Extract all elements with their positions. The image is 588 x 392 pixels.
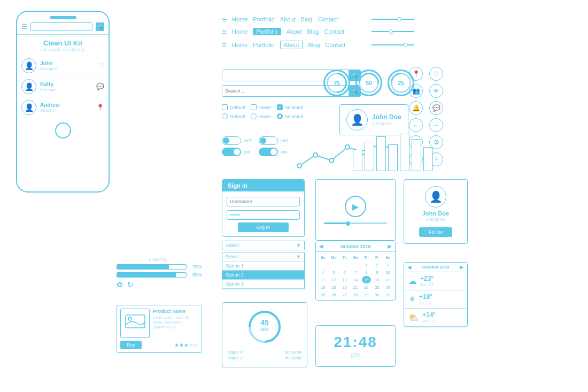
calendar-next-button[interactable]: ▶ xyxy=(388,243,392,249)
radio-selected[interactable]: Selected xyxy=(277,113,304,119)
nav-blog-1[interactable]: Blog xyxy=(300,16,312,22)
toggle-off-track-2[interactable] xyxy=(259,136,278,145)
phone-search-button[interactable]: 🔍 xyxy=(96,22,104,31)
play-button[interactable]: ▶ xyxy=(345,196,366,217)
cal-cell-28[interactable]: 28 xyxy=(351,291,360,298)
checkbox-default[interactable]: Default xyxy=(222,104,245,110)
nav-about-3-outlined[interactable]: About xyxy=(280,41,303,49)
cal-cell-8[interactable]: 8 xyxy=(362,268,371,276)
user-action-heart[interactable]: ♡ xyxy=(98,62,104,70)
radio-selected-circle[interactable] xyxy=(277,113,283,119)
users-icon[interactable]: 👥 xyxy=(409,84,423,98)
phone-home-button[interactable] xyxy=(55,122,71,139)
cal-cell-12[interactable]: 12 xyxy=(329,276,338,283)
nav-contact-1[interactable]: Contact xyxy=(318,16,338,22)
password-input[interactable] xyxy=(227,210,300,220)
user-action-chat[interactable]: 💬 xyxy=(96,83,104,90)
nav-about-1[interactable]: About xyxy=(280,16,296,22)
cal-cell-26[interactable]: 26 xyxy=(329,291,338,298)
cal-cell-25[interactable]: 25 xyxy=(319,291,328,298)
cal-cell-31[interactable]: 31 xyxy=(383,291,392,298)
nav-hamburger-3[interactable]: ☰ xyxy=(222,42,227,48)
dropdown-trigger[interactable]: Select ▼ xyxy=(222,241,305,250)
chat-icon[interactable]: 💬 xyxy=(429,101,443,115)
svg-text:45: 45 xyxy=(260,318,269,327)
nav-home-3[interactable]: Home xyxy=(232,42,247,48)
nav-about-2[interactable]: About xyxy=(287,28,302,35)
cal-cell-16[interactable]: 16 xyxy=(373,276,382,283)
cal-cell-23[interactable]: 23 xyxy=(373,283,382,291)
cal-cell-9[interactable]: 9 xyxy=(373,268,382,276)
checkbox-hover-box[interactable] xyxy=(251,104,257,110)
cal-cell-21[interactable]: 21 xyxy=(351,283,360,291)
progress-bar-1 xyxy=(117,264,187,270)
toggle-on-track-2[interactable] xyxy=(259,148,278,156)
eye-icon[interactable]: 👁 xyxy=(429,84,443,98)
cal-cell-22[interactable]: 22 xyxy=(362,283,371,291)
cal-cell-20[interactable]: 20 xyxy=(340,283,349,291)
radio-hover[interactable]: Hover xyxy=(251,113,272,119)
nav-contact-3[interactable]: Contact xyxy=(325,42,345,48)
arrow-right-icon[interactable]: → xyxy=(429,118,443,132)
location-icon[interactable]: 📍 xyxy=(409,67,423,81)
cal-cell-1[interactable]: 1 xyxy=(362,261,371,268)
cal-cell-17[interactable]: 17 xyxy=(383,276,392,283)
cal-cell-3[interactable]: 3 xyxy=(383,261,392,268)
cal-cell-4[interactable]: 4 xyxy=(319,268,328,276)
cal-cell-15-today[interactable]: 15 xyxy=(362,276,371,283)
calendar-prev-button[interactable]: ◀ xyxy=(319,243,323,249)
nav-contact-2[interactable]: Contact xyxy=(324,28,344,35)
calendar-title: October 2015 xyxy=(340,244,370,249)
cal-cell-14[interactable]: 14 xyxy=(351,276,360,283)
hamburger-icon[interactable]: ☰ xyxy=(21,23,27,30)
nav-home-2[interactable]: Home xyxy=(232,28,247,35)
heart-icon[interactable]: ♡ xyxy=(429,67,443,81)
toggle-on-track-1[interactable] xyxy=(222,148,241,156)
radio-hover-circle[interactable] xyxy=(251,113,257,119)
nav-portfolio-3[interactable]: Portfolio xyxy=(253,42,274,48)
username-input[interactable] xyxy=(227,197,300,206)
nav-hamburger-2[interactable]: ☰ xyxy=(222,29,227,35)
arrow-left-icon[interactable]: ← xyxy=(409,118,423,132)
cal-cell-10[interactable]: 10 xyxy=(383,268,392,276)
user-action-pin[interactable]: 📍 xyxy=(96,104,104,111)
checkbox-default-box[interactable] xyxy=(222,104,228,110)
bell-icon[interactable]: 🔔 xyxy=(409,101,423,115)
follow-button[interactable]: Follow xyxy=(419,227,452,237)
checkbox-selected[interactable]: ✓ Selected xyxy=(277,104,304,110)
cal-cell-24[interactable]: 24 xyxy=(383,283,392,291)
nav-portfolio-2-active[interactable]: Portfolio xyxy=(253,28,281,35)
radio-default-circle[interactable] xyxy=(222,113,228,119)
slider-dot-2[interactable] xyxy=(389,29,393,34)
cal-cell-7[interactable]: 7 xyxy=(351,268,360,276)
cal-cell-2[interactable]: 2 xyxy=(373,261,382,268)
cal-cell-29[interactable]: 29 xyxy=(362,291,371,298)
slider-dot-3[interactable] xyxy=(404,43,408,47)
cal-cell-18[interactable]: 18 xyxy=(319,283,328,291)
cal-cell-30[interactable]: 30 xyxy=(373,291,382,298)
toggle-off-track-1[interactable] xyxy=(222,136,241,145)
cal-cell-13[interactable]: 13 xyxy=(340,276,349,283)
slider-dot-1[interactable] xyxy=(397,17,401,21)
dropdown-option-2-selected[interactable]: Option 2 xyxy=(222,271,304,280)
nav-portfolio-1[interactable]: Portfolio xyxy=(253,16,274,22)
checkbox-hover[interactable]: Hover xyxy=(251,104,272,110)
cal-cell-5[interactable]: 5 xyxy=(329,268,338,276)
cal-cell-6[interactable]: 6 xyxy=(340,268,349,276)
radio-default[interactable]: Default xyxy=(222,113,245,119)
login-button[interactable]: Log In xyxy=(238,222,289,232)
video-progress-dot[interactable] xyxy=(346,221,350,226)
buy-button[interactable]: Buy xyxy=(120,341,142,349)
dropdown-option-3[interactable]: Option 3 xyxy=(222,280,304,289)
weather-prev-button[interactable]: ◀ xyxy=(407,264,412,270)
cal-cell-19[interactable]: 19 xyxy=(329,283,338,291)
nav-hamburger-1[interactable]: ☰ xyxy=(222,17,227,22)
cal-cell-27[interactable]: 27 xyxy=(340,291,349,298)
dropdown-option-1[interactable]: Option 1 xyxy=(222,262,304,271)
weather-next-button[interactable]: ▶ xyxy=(460,264,464,270)
cal-cell-11[interactable]: 11 xyxy=(319,276,328,283)
checkbox-selected-box[interactable]: ✓ xyxy=(277,104,283,110)
nav-blog-3[interactable]: Blog xyxy=(308,42,320,48)
nav-home-1[interactable]: Home xyxy=(232,16,247,22)
nav-blog-2[interactable]: Blog xyxy=(307,28,319,35)
